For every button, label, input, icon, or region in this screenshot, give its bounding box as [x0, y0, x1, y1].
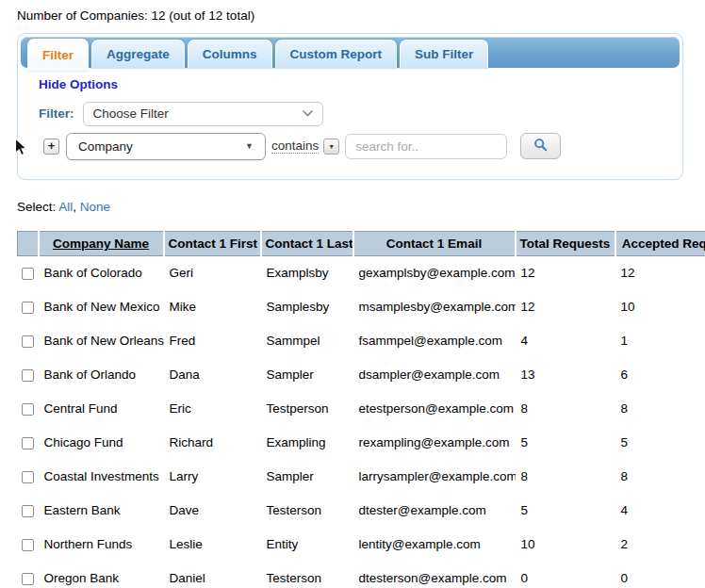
total-requests-cell: 0 [516, 562, 615, 588]
row-checkbox[interactable] [22, 505, 34, 517]
row-checkbox[interactable] [22, 369, 34, 382]
row-checkbox-cell [18, 324, 39, 358]
company-name-cell: Coastal Investments [39, 460, 164, 494]
contact-first-cell: Fred [164, 324, 261, 358]
contact-last-cell: Entity [261, 528, 353, 562]
field-dropdown[interactable]: Company ▼ [66, 133, 266, 160]
contact-email-cell: msamplesby@example.com [353, 290, 516, 324]
contact-email-cell: gexamplsby@example.com [353, 256, 516, 290]
company-name-cell: Bank of New Orleans [39, 324, 164, 358]
company-name-cell: Central Fund [39, 392, 164, 426]
contact-last-cell: Sammpel [261, 324, 353, 358]
column-header[interactable]: Company Name [39, 232, 164, 256]
column-header: Contact 1 Email [353, 232, 516, 256]
row-checkbox[interactable] [22, 539, 34, 551]
tab-label: Custom Report [290, 47, 383, 61]
magnifier-icon [533, 138, 548, 155]
companies-table: Company NameContact 1 FirstContact 1 Las… [17, 231, 705, 588]
row-checkbox-cell [18, 426, 39, 460]
contact-email-cell: rexampling@example.com [353, 426, 516, 460]
company-name-cell: Northern Funds [39, 528, 164, 562]
contact-first-cell: Richard [164, 426, 261, 460]
tab-custom-report[interactable]: Custom Report [275, 40, 398, 68]
contact-first-cell: Mike [164, 290, 261, 324]
table-row: Bank of Colorado Geri Examplsby gexampls… [18, 256, 705, 290]
tab-filter[interactable]: Filter [27, 39, 89, 71]
row-checkbox-cell [18, 494, 39, 528]
hide-options-link[interactable]: Hide Options [39, 77, 118, 91]
accepted-requests-cell: 8 [615, 460, 705, 494]
tab-label: Filter [42, 48, 74, 62]
accepted-requests-cell: 2 [615, 528, 705, 562]
accepted-requests-cell: 4 [615, 494, 705, 528]
contact-first-cell: Dave [164, 494, 261, 528]
caret-down-icon: ▼ [328, 143, 335, 150]
row-checkbox[interactable] [22, 268, 34, 280]
filter-condition-row: + Company ▼ contains ▼ [43, 132, 561, 160]
table-row: Central Fund Eric Testperson etestperson… [18, 392, 705, 426]
contact-first-cell: Leslie [164, 528, 261, 562]
row-checkbox-cell [18, 392, 39, 426]
row-checkbox[interactable] [22, 335, 34, 348]
contact-first-cell: Daniel [164, 562, 261, 588]
table-row: Coastal Investments Larry Sampler larrys… [18, 460, 705, 494]
contact-email-cell: larrysampler@example.com [353, 460, 516, 494]
column-header: Accepted Requests [615, 232, 705, 256]
column-header: Contact 1 Last [261, 232, 353, 256]
column-header-label: Contact 1 Email [386, 237, 482, 251]
tab-label: Columns [203, 47, 257, 61]
search-button[interactable] [520, 133, 561, 159]
contact-email-cell: lentity@example.com [353, 528, 516, 562]
row-checkbox-cell [18, 528, 39, 562]
row-checkbox[interactable] [22, 403, 34, 416]
saved-filter-select[interactable]: Choose Filter [83, 102, 323, 126]
search-input[interactable] [345, 134, 507, 159]
company-name-cell: Oregon Bank [39, 562, 164, 588]
contact-first-cell: Geri [164, 256, 261, 290]
row-checkbox[interactable] [22, 437, 34, 449]
row-checkbox[interactable] [22, 471, 34, 483]
contact-last-cell: Exampling [261, 426, 353, 460]
operator-label[interactable]: contains [271, 139, 319, 154]
total-requests-cell: 5 [516, 426, 615, 460]
table-header-row: Company NameContact 1 FirstContact 1 Las… [18, 232, 705, 256]
contact-last-cell: Testerson [261, 562, 353, 588]
contact-last-cell: Testperson [261, 392, 353, 426]
select-none-link[interactable]: None [80, 200, 110, 214]
contact-first-cell: Dana [164, 358, 261, 392]
total-requests-cell: 8 [516, 460, 615, 494]
tab-aggregate[interactable]: Aggregate [91, 40, 185, 68]
saved-filter-value: Choose Filter [93, 106, 169, 121]
select-all-link[interactable]: All [58, 200, 73, 214]
row-checkbox-cell [18, 562, 39, 588]
tab-columns[interactable]: Columns [188, 40, 272, 68]
contact-first-cell: Larry [164, 460, 261, 494]
accepted-requests-cell: 1 [615, 324, 705, 358]
company-name-cell: Eastern Bank [39, 494, 164, 528]
total-requests-cell: 5 [516, 494, 615, 528]
company-name-cell: Bank of Orlando [39, 358, 164, 392]
table-row: Oregon Bank Daniel Testerson dtesterson@… [18, 562, 705, 588]
column-header: Contact 1 First [164, 232, 261, 256]
accepted-requests-cell: 0 [615, 562, 705, 588]
contact-last-cell: Sampler [261, 358, 353, 392]
row-checkbox[interactable] [22, 573, 34, 585]
column-header-label: Accepted Requests [622, 237, 705, 251]
filter-label: Filter: [39, 106, 74, 121]
select-label: Select: [17, 200, 56, 214]
chevron-down-icon [303, 110, 313, 117]
tab-bar: FilterAggregateColumnsCustom ReportSub F… [21, 37, 680, 68]
accepted-requests-cell: 8 [615, 392, 705, 426]
accepted-requests-cell: 5 [615, 426, 705, 460]
contact-email-cell: dsampler@example.com [353, 358, 516, 392]
caret-down-icon: ▼ [245, 141, 254, 151]
row-checkbox[interactable] [22, 302, 34, 314]
contact-last-cell: Sampler [261, 460, 353, 494]
column-header-label: Total Requests [520, 237, 611, 251]
add-condition-button[interactable]: + [43, 139, 59, 155]
total-requests-cell: 12 [516, 256, 615, 290]
field-dropdown-value: Company [78, 139, 133, 154]
operator-dropdown-button[interactable]: ▼ [323, 139, 339, 155]
select-line: Select: All, None [17, 200, 110, 214]
tab-sub-filter[interactable]: Sub Filter [400, 40, 488, 68]
